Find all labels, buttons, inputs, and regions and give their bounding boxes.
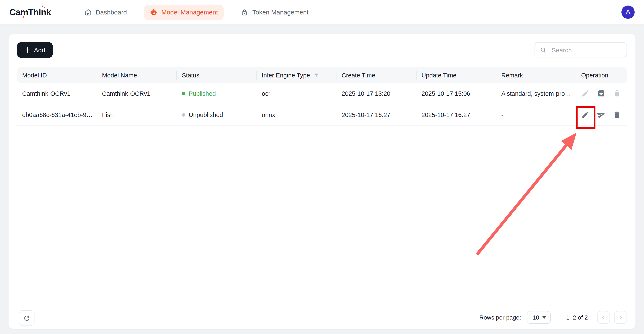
column-header-operation: Operation: [576, 67, 627, 83]
column-header-create-time: Create Time: [336, 67, 416, 83]
models-table: Model ID Model Name Status Infer Engine …: [17, 67, 627, 125]
status-label: Unpublished: [189, 111, 223, 118]
pagination-bar: Rows per page: 10 1–2 of 2: [480, 309, 627, 326]
previous-page-button[interactable]: [597, 311, 610, 324]
next-page-button[interactable]: [614, 311, 627, 324]
robot-icon: [150, 8, 158, 16]
column-header-model-name: Model Name: [97, 67, 177, 83]
rows-per-page-value: 10: [532, 314, 539, 321]
pagination-range: 1–2 of 2: [566, 314, 588, 321]
tab-label: Token Management: [252, 8, 308, 16]
column-header-update-time: Update Time: [416, 67, 496, 83]
plus-icon: [24, 47, 30, 53]
delete-button: [613, 89, 621, 97]
cell-model-name: Camthink-OCRv1: [97, 90, 177, 97]
table-header-row: Model ID Model Name Status Infer Engine …: [17, 67, 627, 83]
cell-operation: [576, 111, 627, 119]
app-root: CamThink Dashboard: [0, 0, 644, 334]
trash-icon: [613, 89, 621, 97]
trash-icon: [613, 111, 621, 119]
chevron-right-icon: [618, 315, 624, 320]
cell-remark: -: [496, 111, 576, 118]
status-label: Published: [189, 90, 216, 97]
cell-model-id: Camthink-OCRv1: [17, 90, 97, 97]
archive-icon: [597, 89, 605, 97]
delete-button[interactable]: [613, 111, 621, 119]
cell-update-time: 2025-10-17 15:06: [416, 90, 496, 97]
camthink-logo: CamThink: [9, 7, 51, 17]
logo-accent-dot: [42, 5, 44, 6]
cell-operation: [576, 89, 627, 97]
table-row: Camthink-OCRv1 Camthink-OCRv1 Published …: [17, 83, 627, 104]
cell-infer-engine-type: ocr: [256, 90, 336, 97]
refresh-icon: [23, 314, 30, 322]
chevron-down-icon: [542, 316, 547, 319]
top-navbar: CamThink Dashboard: [0, 0, 644, 25]
cell-status: Published: [177, 90, 256, 97]
status-dot: [182, 92, 185, 95]
cell-infer-engine-type: onnx: [256, 111, 336, 118]
tab-dashboard[interactable]: Dashboard: [78, 4, 133, 20]
edit-pencil-icon: [581, 89, 589, 97]
search-icon: [540, 46, 546, 53]
cell-model-id: eb0aa68c-631a-41eb-9…: [17, 111, 97, 118]
cell-model-name: Fish: [97, 111, 177, 118]
logo-text: CamThink: [9, 7, 51, 17]
user-avatar[interactable]: A: [622, 5, 635, 19]
home-icon: [84, 8, 92, 16]
column-header-remark: Remark: [496, 67, 576, 83]
tab-label: Dashboard: [96, 8, 127, 16]
table-row: eb0aa68c-631a-41eb-9… Fish Unpublished o…: [17, 104, 627, 125]
unpublish-button[interactable]: [597, 89, 605, 97]
tab-model-management[interactable]: Model Management: [144, 4, 224, 20]
search-box: [534, 42, 627, 57]
rows-per-page-label: Rows per page:: [480, 314, 521, 321]
rows-per-page-select[interactable]: 10: [527, 311, 551, 324]
edit-pencil-icon: [581, 111, 589, 119]
publish-button[interactable]: [597, 111, 605, 119]
cell-remark: A standard, system-pro…: [496, 90, 576, 97]
cell-status: Unpublished: [177, 111, 256, 118]
chevron-left-icon: [600, 315, 606, 320]
status-dot: [182, 113, 185, 116]
model-list-card: Add Model ID Model Name Status Infer Eng…: [8, 34, 636, 329]
tab-label: Model Management: [162, 8, 218, 16]
send-icon: [596, 111, 606, 119]
tab-token-management[interactable]: Token Management: [235, 4, 314, 20]
add-button-label: Add: [34, 46, 45, 54]
column-header-model-id: Model ID: [17, 67, 97, 83]
cell-update-time: 2025-10-17 16:27: [416, 111, 496, 118]
edit-button: [581, 89, 589, 97]
logo-accent-dot: [22, 16, 24, 18]
search-input[interactable]: [551, 46, 622, 54]
lock-icon: [241, 8, 248, 16]
funnel-filter-icon[interactable]: [314, 72, 320, 78]
edit-button[interactable]: [581, 111, 589, 119]
add-button[interactable]: Add: [17, 42, 53, 58]
cell-create-time: 2025-10-17 16:27: [336, 111, 416, 118]
nav-tabs: Dashboard Model Management: [78, 4, 314, 20]
column-header-status: Status: [177, 67, 256, 83]
column-header-infer-engine-type: Infer Engine Type: [256, 67, 336, 83]
avatar-initial: A: [626, 8, 630, 16]
cell-create-time: 2025-10-17 13:20: [336, 90, 416, 97]
refresh-button[interactable]: [19, 310, 34, 326]
